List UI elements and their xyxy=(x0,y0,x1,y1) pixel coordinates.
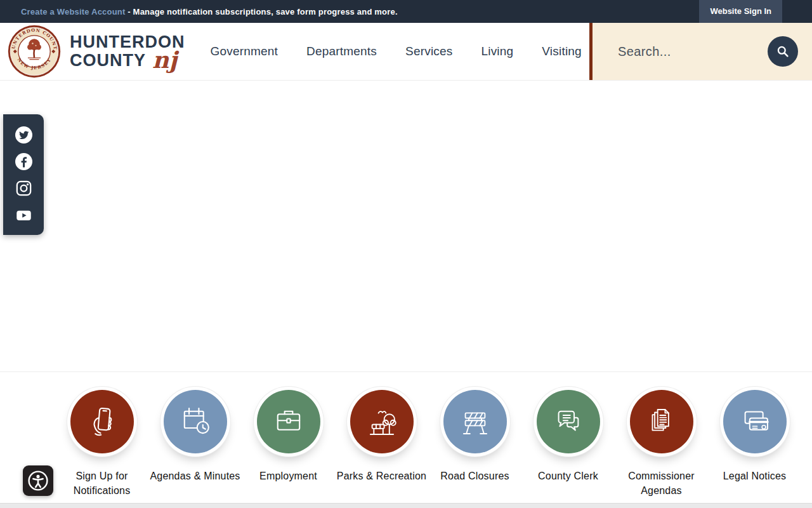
wordmark-line2: COUNTY xyxy=(70,52,146,69)
instagram-icon xyxy=(15,180,32,197)
quicklink-label: County Clerk xyxy=(521,469,615,483)
quicklink-label: Parks & Recreation xyxy=(335,469,428,483)
quicklink-label: Legal Notices xyxy=(708,469,801,483)
quicklink-label: Commissioner Agendas xyxy=(615,469,708,498)
main-nav: Government Departments Services Living V… xyxy=(211,44,582,58)
nav-services[interactable]: Services xyxy=(405,44,452,58)
facebook-link[interactable] xyxy=(15,153,32,170)
credit-cards-icon xyxy=(723,390,787,453)
quicklink-label: Agendas & Minutes xyxy=(148,469,242,483)
quick-links-section: Sign Up for Notifications Agendas & Minu… xyxy=(0,371,812,498)
briefcase-icon xyxy=(257,390,320,453)
chat-bubbles-icon xyxy=(537,390,600,453)
facebook-icon xyxy=(15,153,32,170)
quicklink-commissioner-agendas[interactable]: Commissioner Agendas xyxy=(615,390,708,498)
road-barrier-icon xyxy=(443,390,507,453)
utility-bar: Create a Website Account - Manage notifi… xyxy=(0,0,812,23)
instagram-link[interactable] xyxy=(15,180,32,197)
utility-tagline: - Manage notification subscriptions, sav… xyxy=(128,7,397,17)
quicklink-county-clerk[interactable]: County Clerk xyxy=(521,390,615,498)
nav-government[interactable]: Government xyxy=(211,44,278,58)
next-section-divider xyxy=(0,503,812,508)
site-logo[interactable]: HUNTERDON COUNTY NEW JERSEY HUNTERDON CO… xyxy=(0,25,185,78)
website-sign-in-button[interactable]: Website Sign In xyxy=(699,0,782,23)
nav-visiting[interactable]: Visiting xyxy=(542,44,582,58)
site-header: HUNTERDON COUNTY NEW JERSEY HUNTERDON CO… xyxy=(0,23,812,81)
quicklink-label: Road Closures xyxy=(428,469,521,483)
quicklink-sign-up-notifications[interactable]: Sign Up for Notifications xyxy=(55,390,148,498)
park-bench-tree-icon xyxy=(350,390,414,453)
phone-notification-icon xyxy=(70,390,134,453)
youtube-link[interactable] xyxy=(15,206,32,224)
social-sidebar xyxy=(3,114,44,235)
wordmark-script-nj: nj xyxy=(152,51,177,69)
accessibility-button[interactable] xyxy=(23,465,53,496)
nav-living[interactable]: Living xyxy=(481,44,513,58)
quicklink-legal-notices[interactable]: Legal Notices xyxy=(708,390,801,498)
twitter-icon xyxy=(15,126,32,144)
search-icon xyxy=(775,44,790,59)
quicklink-parks-recreation[interactable]: Parks & Recreation xyxy=(335,390,428,498)
search-button[interactable] xyxy=(768,36,798,67)
universal-access-icon xyxy=(27,469,49,493)
youtube-icon xyxy=(15,206,32,224)
search-panel xyxy=(589,23,812,80)
twitter-link[interactable] xyxy=(15,126,32,144)
quicklink-road-closures[interactable]: Road Closures xyxy=(428,390,521,498)
county-seal-icon: HUNTERDON COUNTY NEW JERSEY xyxy=(8,25,61,78)
quicklink-label: Employment xyxy=(242,469,335,483)
calendar-clock-icon xyxy=(164,390,227,453)
wordmark: HUNTERDON COUNTY nj xyxy=(70,34,185,69)
nav-departments[interactable]: Departments xyxy=(306,44,377,58)
document-stack-icon xyxy=(630,390,693,453)
utility-bar-text: Create a Website Account - Manage notifi… xyxy=(0,7,398,17)
quicklink-label: Sign Up for Notifications xyxy=(55,469,148,498)
quicklink-agendas-minutes[interactable]: Agendas & Minutes xyxy=(148,390,242,498)
quicklink-employment[interactable]: Employment xyxy=(242,390,335,498)
create-account-link[interactable]: Create a Website Account xyxy=(21,7,125,17)
search-input[interactable] xyxy=(593,44,746,60)
